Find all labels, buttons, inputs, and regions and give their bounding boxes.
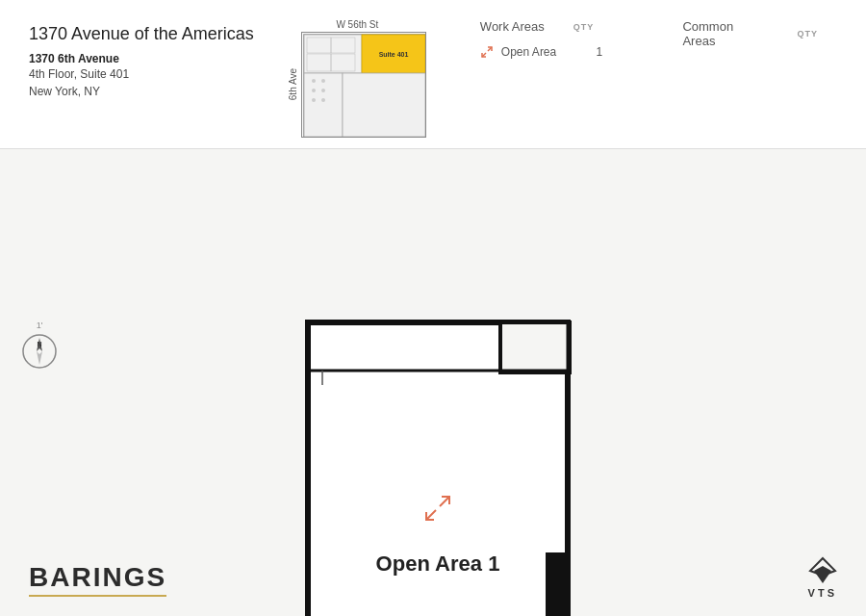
property-address: 1370 6th Avenue xyxy=(29,52,254,65)
svg-rect-4 xyxy=(343,73,425,137)
open-area-floor-label: Open Area 1 xyxy=(376,552,500,577)
open-area-item: Open Area 1 xyxy=(480,45,616,59)
svg-line-28 xyxy=(440,497,449,506)
work-areas-qty-label: QTY xyxy=(573,22,595,32)
mini-plan-container: 6th Ave xyxy=(288,32,426,138)
barings-logo: BARINGS xyxy=(29,562,166,597)
open-area-qty: 1 xyxy=(596,45,615,59)
vts-text: VTS xyxy=(808,587,837,599)
top-panel: 1370 Avenue of the Americas 1370 6th Ave… xyxy=(0,0,866,149)
common-areas-title: Common Areas xyxy=(682,19,768,48)
open-area-icon-small xyxy=(480,45,494,59)
svg-point-11 xyxy=(312,89,316,92)
svg-rect-26 xyxy=(547,553,568,616)
mini-ave-label: 6th Ave xyxy=(288,68,298,100)
mini-street-label: W 56th St xyxy=(336,19,378,30)
property-city: New York, NY xyxy=(29,83,254,100)
vts-logo: VTS xyxy=(808,556,837,599)
svg-text:N: N xyxy=(37,341,41,347)
svg-marker-20 xyxy=(37,351,42,365)
vts-diamond-icon xyxy=(808,556,837,585)
property-title: 1370 Avenue of the Americas xyxy=(29,24,254,44)
expand-arrows-svg xyxy=(419,489,457,527)
svg-point-14 xyxy=(321,98,325,102)
property-info: 1370 Avenue of the Americas 1370 6th Ave… xyxy=(29,19,254,100)
svg-rect-23 xyxy=(500,322,568,371)
open-area-expand-icon xyxy=(419,489,457,531)
svg-point-13 xyxy=(312,98,316,102)
property-suite: 4th Floor, Suite 401 xyxy=(29,65,254,83)
common-areas-qty-label: QTY xyxy=(797,29,818,38)
scale-indicator: 1' N xyxy=(21,321,58,370)
svg-text:Suite 401: Suite 401 xyxy=(379,51,409,58)
work-areas-title: Work Areas xyxy=(480,19,545,34)
svg-line-29 xyxy=(426,510,436,520)
mini-floor-plan-wrapper: W 56th St 6th Ave xyxy=(283,19,432,138)
svg-point-12 xyxy=(321,89,325,92)
svg-point-9 xyxy=(312,79,316,83)
barings-text: BARINGS xyxy=(29,562,166,597)
scale-number: 1' xyxy=(37,321,43,330)
open-area-label-sidebar: Open Area xyxy=(501,45,589,59)
main-floor-plan-area: 1' N xyxy=(0,149,866,616)
compass-icon: N xyxy=(21,333,58,370)
common-areas-panel: Common Areas QTY xyxy=(663,19,837,60)
svg-point-10 xyxy=(321,79,325,83)
mini-floor-plan: Suite 401 xyxy=(301,32,426,138)
svg-marker-31 xyxy=(814,566,831,583)
work-areas-panel: Work Areas QTY Open Area 1 xyxy=(461,19,635,59)
